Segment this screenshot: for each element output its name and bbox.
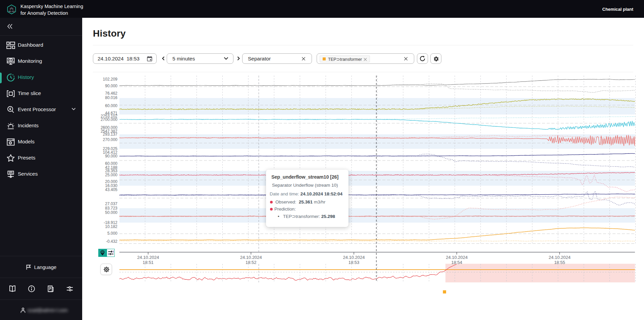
svg-text:293.137: 293.137 <box>103 132 118 137</box>
svg-text:18:53: 18:53 <box>348 260 360 265</box>
svg-text:25.000: 25.000 <box>105 173 117 177</box>
svg-text:43.405: 43.405 <box>105 187 117 192</box>
svg-text:18:54: 18:54 <box>451 260 462 265</box>
svg-text:27.037: 27.037 <box>105 201 117 206</box>
svg-text:18:52: 18:52 <box>246 260 257 265</box>
svg-text:50.000: 50.000 <box>105 210 117 215</box>
svg-text:80.016: 80.016 <box>105 95 117 100</box>
svg-text:102.209: 102.209 <box>103 77 118 82</box>
svg-text:2700.000: 2700.000 <box>101 117 117 122</box>
svg-text:-0.432: -0.432 <box>106 239 117 244</box>
svg-text:18:55: 18:55 <box>554 260 565 265</box>
svg-text:270.000: 270.000 <box>103 137 118 142</box>
svg-text:60.000: 60.000 <box>105 103 117 108</box>
svg-text:24.10.2024: 24.10.2024 <box>240 255 262 260</box>
svg-text:83.723: 83.723 <box>105 206 117 211</box>
svg-text:90.000: 90.000 <box>105 154 117 158</box>
svg-text:5.000: 5.000 <box>107 231 117 236</box>
svg-text:76.462: 76.462 <box>105 91 117 96</box>
svg-text:MLAD: MLAD <box>9 10 15 12</box>
svg-text:24.10.2024: 24.10.2024 <box>446 255 468 260</box>
svg-text:24.10.2024: 24.10.2024 <box>137 255 159 260</box>
svg-text:24.10.2024: 24.10.2024 <box>343 255 365 260</box>
svg-text:90.000: 90.000 <box>105 84 117 88</box>
svg-text:24.10.2024: 24.10.2024 <box>549 255 571 260</box>
svg-text:10.182: 10.182 <box>105 224 117 229</box>
svg-text:18:51: 18:51 <box>143 260 154 265</box>
